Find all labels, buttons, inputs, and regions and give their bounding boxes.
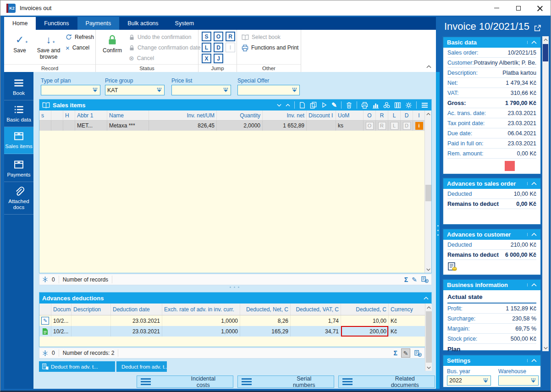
price-list-dropdown[interactable] — [171, 85, 231, 95]
sum-icon[interactable]: Σ — [404, 276, 408, 283]
collapse-section-button[interactable] — [527, 359, 537, 362]
collapse-section-icon[interactable] — [424, 297, 429, 300]
advances-scrollbar[interactable] — [425, 304, 432, 371]
caret-down-icon[interactable] — [277, 104, 281, 107]
col-o[interactable]: O — [364, 110, 376, 120]
scroll-up-icon[interactable] — [544, 39, 548, 41]
tab-system[interactable]: System — [167, 17, 203, 30]
sales-table-row[interactable]: MET... Metaxa *** 826,45 2,0000 1 652,89… — [39, 121, 425, 131]
col-inv-net-um[interactable]: Inv. net/UM — [149, 110, 217, 120]
scroll-up-icon[interactable] — [426, 113, 430, 116]
edit-icon[interactable]: ✎ — [331, 101, 337, 109]
snowflake-icon[interactable] — [42, 350, 48, 356]
snowflake-icon[interactable] — [42, 276, 48, 282]
ribbon-collapse-button[interactable] — [426, 62, 431, 71]
document-coin-icon[interactable] — [447, 262, 457, 272]
edit-icon[interactable]: ✎ — [412, 276, 417, 283]
functions-icon[interactable] — [383, 102, 390, 109]
settings-gear-icon[interactable] — [405, 102, 412, 109]
col-r[interactable]: R — [376, 110, 388, 120]
scroll-down-icon[interactable] — [544, 347, 548, 349]
jump-button-r[interactable]: R — [226, 32, 235, 41]
col-s[interactable]: s — [39, 110, 51, 120]
col-h[interactable]: H — [63, 110, 75, 120]
col-name[interactable]: Name — [107, 110, 149, 120]
sidebar-item-sales-items[interactable]: Sales items — [4, 127, 33, 154]
tab-bulk-actions[interactable]: Bulk actions — [119, 17, 166, 30]
incidental-costs-button[interactable]: Incidental costs — [137, 375, 233, 388]
tab-home[interactable]: Home — [4, 17, 36, 30]
col-row-icon[interactable] — [39, 304, 51, 315]
expand-panel-icon[interactable] — [534, 24, 541, 32]
col-quantity[interactable]: Quantity — [217, 110, 263, 120]
col-document[interactable]: Docume — [51, 304, 72, 315]
grid-menu-icon[interactable] — [421, 102, 429, 109]
horizontal-splitter[interactable] — [230, 287, 239, 288]
select-book-button[interactable]: Select book — [242, 33, 281, 42]
chart-icon[interactable] — [372, 102, 379, 109]
deduct-from-advance-customer-button[interactable]: Deduct from adv. t... — [116, 361, 167, 372]
delete-icon[interactable] — [346, 102, 353, 109]
save-and-browse-button[interactable]: ↓* Save and browse — [34, 32, 63, 61]
col-description[interactable]: Description — [72, 304, 111, 315]
add-document-icon[interactable] — [421, 276, 429, 283]
jump-button-d[interactable]: D — [214, 43, 223, 52]
save-button[interactable]: ✓* Save — [9, 32, 31, 54]
col-exch-rate[interactable]: Exch. rate of adv. in inv. curr. — [162, 304, 240, 315]
jump-button-i[interactable]: I — [226, 43, 235, 52]
serial-numbers-button[interactable]: Serial numbers — [237, 375, 334, 388]
vertical-splitter[interactable] — [436, 72, 440, 389]
col-abbr1[interactable]: Abbr 1 — [75, 110, 107, 120]
col-deducted-vat[interactable]: Deducted, VAT, C — [291, 304, 341, 315]
col-inv-net[interactable]: Inv. net — [263, 110, 307, 120]
sidebar-item-basic-data[interactable]: Basic data — [4, 100, 33, 127]
jump-button-x[interactable]: X — [202, 54, 211, 63]
sales-scrollbar[interactable] — [424, 110, 431, 273]
col-discount[interactable]: Discount I — [307, 110, 336, 120]
col-currency[interactable]: Currency — [389, 304, 425, 315]
undo-confirmation-button[interactable]: Undo the confirmation — [129, 33, 191, 42]
col-deduction-date[interactable]: Deduction date — [111, 304, 162, 315]
sum-icon[interactable]: Σ — [394, 349, 397, 357]
col-blank[interactable] — [51, 110, 63, 120]
col-deducted-net[interactable]: Deducted, Net, C — [240, 304, 291, 315]
collapse-section-button[interactable] — [527, 233, 537, 236]
col-l[interactable]: L — [388, 110, 401, 120]
price-group-dropdown[interactable]: KAT — [105, 85, 165, 95]
columns-icon[interactable] — [394, 102, 401, 109]
advances-table-row[interactable]: ✎ 10/2... 23.03.2021 1,0000 8,26 1,74 10… — [39, 315, 425, 326]
col-d[interactable]: D — [401, 110, 413, 120]
type-of-plan-dropdown[interactable] — [41, 85, 100, 95]
advances-table-row-selected[interactable]: 10/2... 23.03.2021 1,0000 165,29 34,71 2… — [39, 326, 425, 337]
jump-button-s[interactable]: S — [202, 32, 211, 41]
related-documents-button[interactable]: Related documents — [338, 375, 435, 388]
right-panel-scrollbar[interactable] — [542, 36, 549, 351]
tab-functions[interactable]: Functions — [36, 17, 77, 30]
run-icon[interactable] — [321, 102, 327, 108]
record-cancel-button[interactable]: × Cancel — [66, 43, 89, 52]
right-panel-scroll-thumb[interactable] — [543, 44, 548, 61]
advances-scroll-thumb[interactable] — [426, 311, 432, 363]
col-uom[interactable]: UoM — [336, 110, 364, 120]
caret-up-icon[interactable] — [286, 104, 290, 107]
col-i[interactable]: I — [413, 110, 425, 120]
tab-payments[interactable]: Payments — [77, 17, 120, 30]
collapse-section-button[interactable] — [527, 41, 537, 44]
jump-button-l[interactable]: L — [202, 43, 211, 52]
maximize-button[interactable] — [507, 0, 529, 16]
warehouse-dropdown[interactable] — [498, 375, 539, 386]
scroll-up-icon[interactable] — [427, 306, 431, 309]
jump-button-j[interactable]: J — [214, 54, 223, 63]
sidebar-item-attached-docs[interactable]: Attached docs — [4, 182, 33, 215]
bus-year-dropdown[interactable]: 2022 — [447, 375, 491, 386]
add-document-icon[interactable] — [414, 350, 422, 357]
change-confirmation-date-button[interactable]: Change confirmation date — [129, 43, 200, 52]
confirm-button[interactable]: Confirm — [101, 32, 123, 54]
scroll-down-icon[interactable] — [427, 366, 431, 369]
special-offer-dropdown[interactable] — [237, 85, 300, 95]
sidebar-item-payments[interactable]: Payments — [4, 154, 33, 182]
cell-deducted-selected[interactable]: 200,00 — [341, 326, 389, 337]
new-document-icon[interactable] — [299, 102, 306, 109]
copy-icon[interactable] — [310, 102, 317, 109]
print-icon[interactable] — [361, 102, 368, 109]
